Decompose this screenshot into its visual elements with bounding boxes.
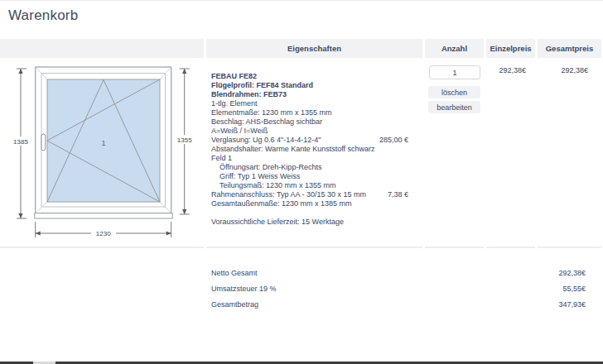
spec-line: Verglasung: Ug 0.6 4"-14-4-12-4"285,00 €	[211, 136, 408, 145]
spec-line: Abstandshalter: Warme Kante Kunststoff s…	[211, 145, 408, 154]
spec-line-price: 285,00 €	[379, 136, 408, 145]
row-divider	[538, 247, 601, 248]
dimension-height-outer-label: 1385	[13, 138, 28, 146]
spec-line: Beschlag: AHS-Beschlag sichtbar	[211, 117, 408, 127]
dimension-width-label: 1230	[96, 230, 111, 237]
row-divider	[206, 247, 422, 248]
spec-line: Griff: Typ 1 Weiss Weiss	[211, 172, 408, 181]
spec-line-price: 7,38 €	[388, 190, 408, 199]
summary-label-gesamtbetrag: Gesamtbetrag	[211, 300, 258, 309]
edit-button[interactable]: bearbeiten	[428, 101, 480, 113]
dimension-height-inner-label: 1355	[177, 136, 192, 144]
summary-label-umsatzsteuer: Umsatzsteuer 19 %	[211, 285, 277, 293]
summary-label-netto: Netto Gesamt	[211, 269, 258, 277]
column-header-eigenschaften: Eigenschaften	[206, 39, 422, 58]
page-title: Warenkorb	[8, 7, 78, 24]
window-diagram: 1 1385 1355	[8, 63, 199, 249]
delete-button[interactable]: löschen	[428, 86, 480, 98]
spec-line: Teilungsmaß: 1230 mm x 1355 mm	[211, 181, 408, 190]
window-handle-icon	[41, 134, 46, 151]
unit-price: 292,38€	[476, 66, 526, 74]
quantity-input[interactable]	[429, 65, 480, 79]
spec-line: Rahmenanschluss: Typ AA - 30/15 30 x 15 …	[211, 190, 408, 199]
field-number: 1	[101, 139, 105, 147]
spec-line: Gesamtaußenmaße: 1230 mm x 1385 mm	[211, 199, 408, 208]
spec-line-delivery-time: Voraussichtliche Lieferzeit: 15 Werktage	[211, 218, 408, 227]
column-header-einzelpreis: Einzelpreis	[486, 39, 535, 58]
item-specs: FEBAU FE82 Flügelprofil: FEF84 Standard …	[211, 72, 408, 227]
row-divider	[425, 247, 484, 248]
total-price: 292,38€	[530, 66, 588, 74]
summary-value-umsatzsteuer: 55,55€	[562, 285, 586, 293]
summary-value-netto: 292,38€	[558, 269, 586, 277]
spec-line: Öffnungsart: Dreh-Kipp-Rechts	[211, 163, 408, 172]
summary-value-gesamtbetrag: 347,93€	[558, 300, 586, 309]
spec-line: Feld 1	[211, 154, 408, 163]
row-divider	[0, 247, 204, 248]
column-header-anzahl: Anzahl	[425, 39, 484, 58]
column-header-gesamtpreis: Gesamtpreis	[538, 39, 601, 58]
spec-line: Flügelprofil: FEF84 Standard	[211, 81, 408, 90]
cart-page: Warenkorb Eigenschaften Anzahl Einzelpre…	[0, 0, 603, 364]
spec-line: 1-tlg. Element	[211, 99, 408, 108]
spec-line: Blendrahmen: FEB73	[211, 90, 408, 99]
window-sill	[35, 213, 173, 218]
spec-line: FEBAU FE82	[211, 72, 408, 81]
spec-line: Elementmaße: 1230 mm x 1355 mm	[211, 108, 408, 117]
column-header-image	[0, 39, 204, 58]
spec-line: A=Weiß / I=Weiß	[211, 127, 408, 136]
row-divider	[486, 247, 535, 248]
